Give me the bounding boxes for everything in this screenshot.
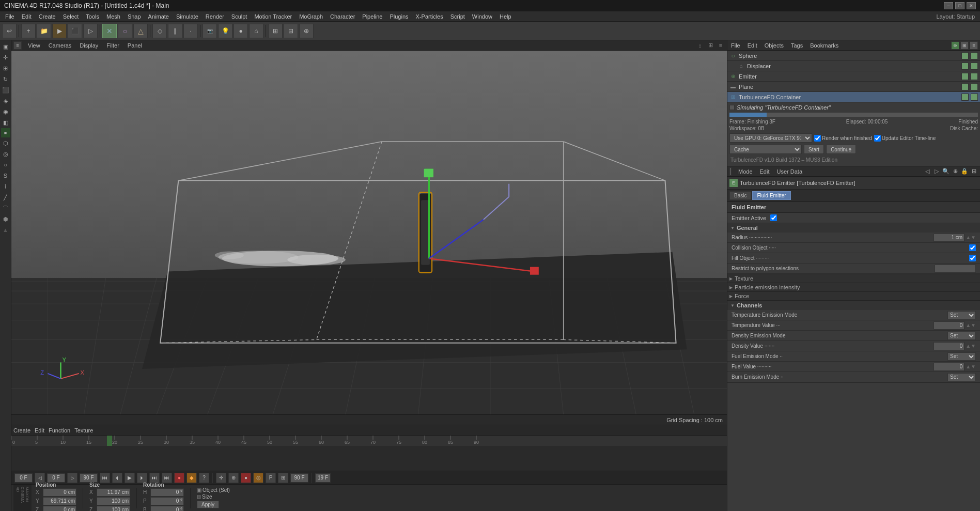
radius-input[interactable] [934, 234, 965, 242]
menu-character[interactable]: Character [327, 12, 358, 21]
sim-start-button[interactable]: Start [804, 145, 824, 154]
timeline-track[interactable] [11, 446, 727, 471]
turbulencefd-visibility[interactable] [961, 94, 969, 101]
size-y-input[interactable] [97, 497, 130, 505]
radius-spinner[interactable]: ▲▼ [966, 235, 976, 240]
turbulencefd-render[interactable] [971, 94, 978, 101]
grid-btn[interactable]: ⊟ [284, 24, 298, 38]
density-spinner[interactable]: ▲▼ [966, 343, 976, 349]
viewport-render-btn[interactable]: ▷ [83, 24, 98, 38]
viewport-icon-2[interactable]: ⊞ [706, 41, 714, 50]
collision-checkbox[interactable] [969, 244, 976, 251]
menu-xparticles[interactable]: X-Particles [413, 12, 446, 21]
force-section[interactable]: ▶ Force [727, 292, 980, 301]
ctrl-6[interactable]: ⊞ [278, 473, 288, 483]
mode-menu-mode[interactable]: Mode [737, 168, 754, 175]
density-mode-select[interactable]: Set [947, 332, 976, 340]
axis-btn[interactable]: ⊕ [299, 24, 314, 38]
left-icon-brush[interactable]: ○ [1, 160, 11, 170]
obj-menu-edit[interactable]: Edit [746, 42, 759, 49]
render-btn[interactable]: ▶ [52, 24, 67, 38]
mode-icon-grid[interactable]: ⊞ [970, 167, 978, 176]
left-icon-poly[interactable]: ◧ [1, 117, 11, 128]
sim-render-checkbox-input[interactable] [814, 135, 821, 142]
obj-row-plane[interactable]: ▬ Plane [727, 82, 980, 92]
viewport-view-menu[interactable]: View [26, 42, 42, 49]
menu-tools[interactable]: Tools [83, 12, 102, 21]
menu-script[interactable]: Script [447, 12, 468, 21]
obj-icon-1[interactable]: ⊕ [951, 41, 959, 50]
left-icon-6[interactable]: ⬡ [1, 138, 11, 148]
fuel-mode-select[interactable]: Set [947, 352, 976, 361]
rotate-tool-btn[interactable]: △ [133, 24, 148, 38]
obj-menu-tags[interactable]: Tags [789, 42, 804, 49]
tl-menu-texture[interactable]: Texture [74, 427, 93, 433]
obj-menu-bookmarks[interactable]: Bookmarks [808, 42, 840, 49]
deformer-btn[interactable]: ⌂ [249, 24, 263, 38]
density-value-input[interactable] [934, 342, 965, 350]
left-icon-deform[interactable]: ⌒ [1, 203, 11, 213]
sim-continue-button[interactable]: Continue [826, 145, 856, 154]
camera-btn[interactable]: 📷 [203, 24, 217, 38]
snap-btn[interactable]: ⊞ [268, 24, 283, 38]
ctrl-2[interactable]: ⊕ [228, 473, 239, 483]
sim-render-finished-checkbox[interactable]: Render when finished [814, 135, 872, 142]
sim-update-checkbox-input[interactable] [874, 135, 881, 142]
help-button[interactable]: ? [199, 473, 209, 483]
mode-icon-search[interactable]: 🔍 [942, 167, 950, 176]
left-icon-paint[interactable]: S [1, 171, 11, 181]
left-icon-3[interactable]: ◉ [1, 106, 11, 117]
left-icon-7[interactable]: ◎ [1, 149, 11, 159]
menu-animate[interactable]: Animate [145, 12, 172, 21]
left-icon-obj[interactable]: ⬛ [1, 85, 11, 95]
temp-value-input[interactable] [934, 321, 965, 330]
viewport-icon-3[interactable]: ≡ [717, 41, 725, 50]
emitter-active-checkbox[interactable] [770, 214, 777, 221]
rot-b-input[interactable] [150, 506, 184, 512]
particle-emission-section[interactable]: ▶ Particle emission intensity [727, 283, 980, 292]
open-button[interactable]: 📁 [37, 24, 51, 38]
menu-help[interactable]: Help [496, 12, 515, 21]
obj-icon-2[interactable]: ⊞ [960, 41, 969, 50]
render-region-btn[interactable]: ⬛ [68, 24, 82, 38]
fuel-spinner[interactable]: ▲▼ [966, 364, 976, 369]
mode-menu-edit[interactable]: Edit [758, 168, 771, 175]
mode-icon-back[interactable]: ◁ [923, 167, 931, 176]
emitter-render[interactable] [971, 73, 978, 80]
attr-tab-fluid-emitter[interactable]: Fluid Emitter [752, 191, 790, 200]
viewport-3d[interactable]: Perspective [11, 51, 727, 414]
material-btn[interactable]: ● [234, 24, 248, 38]
temp-mode-select[interactable]: Set [947, 311, 976, 319]
mode-icon-forward[interactable]: ▷ [932, 167, 941, 176]
mode-menu-userdata[interactable]: User Data [775, 168, 804, 175]
displacer-visibility[interactable] [961, 63, 969, 70]
left-icon-select[interactable]: ▣ [1, 41, 11, 52]
pos-z-input[interactable] [43, 506, 76, 512]
new-button[interactable]: + [21, 24, 36, 38]
menu-select[interactable]: Select [60, 12, 82, 21]
menu-mograph[interactable]: MoGraph [296, 12, 326, 21]
viewport-menu-icon[interactable]: ≡ [13, 41, 22, 50]
mode-icon-bookmark[interactable]: ⊕ [951, 167, 959, 176]
viewport-panel-menu[interactable]: Panel [126, 42, 144, 49]
keyframe-button[interactable]: ◆ [186, 473, 197, 483]
restrict-input[interactable] [935, 265, 976, 273]
viewport-icon-1[interactable]: ↕ [696, 41, 704, 50]
size-x-input[interactable] [97, 488, 130, 497]
plane-visibility[interactable] [961, 83, 969, 90]
left-icon-scale[interactable]: ⊞ [1, 63, 11, 73]
sim-gpu-select[interactable]: Use GPU 0: GeForce GTX 970M [729, 133, 812, 143]
menu-simulate[interactable]: Simulate [173, 12, 201, 21]
edge-btn[interactable]: ∥ [168, 24, 182, 38]
sphere-render[interactable] [971, 52, 978, 59]
fuel-value-input[interactable] [934, 363, 965, 371]
general-section-header[interactable]: General [727, 223, 980, 233]
sim-update-timeline-checkbox[interactable]: Update Editor Time-line [874, 135, 936, 142]
viewport-cameras-menu[interactable]: Cameras [46, 42, 74, 49]
obj-row-displacer[interactable]: ⌂ Displacer [727, 61, 980, 71]
ctrl-5[interactable]: P [266, 473, 276, 483]
point-btn[interactable]: · [183, 24, 198, 38]
tl-menu-function[interactable]: Function [49, 427, 70, 433]
tl-menu-create[interactable]: Create [13, 427, 30, 433]
sphere-visibility[interactable] [961, 52, 969, 59]
